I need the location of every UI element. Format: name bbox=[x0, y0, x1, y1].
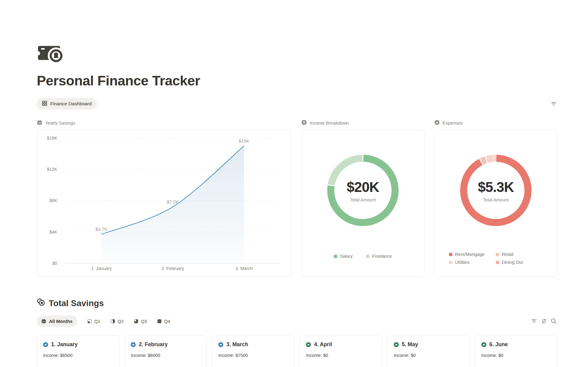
panel-label: Yearly Savings bbox=[45, 120, 75, 125]
filter-tab-label: Q3 bbox=[141, 319, 147, 324]
legend-label: Utilities bbox=[455, 260, 469, 265]
expenses-panel: Expenses $5.3K Total Amount Rent/Mortgag… bbox=[434, 119, 557, 277]
tab-finance-dashboard[interactable]: Finance Dashboard bbox=[37, 98, 97, 110]
legend-label: Dining Out bbox=[502, 260, 523, 265]
month-card-title-row: 6. June bbox=[481, 341, 551, 348]
total-savings-title[interactable]: Total Savings bbox=[49, 298, 104, 308]
month-card[interactable]: 2. FebruaryIncome: $6000 bbox=[124, 335, 207, 367]
month-status-dot-icon bbox=[43, 342, 48, 347]
arrow-up-circle-icon bbox=[301, 120, 307, 126]
month-card-title-row: 5. May bbox=[394, 341, 463, 348]
filter-icon[interactable] bbox=[550, 100, 557, 107]
legend-label: Salary bbox=[340, 254, 352, 259]
month-card-title-row: 4. April bbox=[306, 341, 375, 348]
page: Personal Finance Tracker Finance Dashboa… bbox=[37, 43, 557, 367]
legend-label: Retail bbox=[502, 252, 513, 257]
panel-label: Income Breakdown bbox=[310, 120, 349, 125]
filter-icon[interactable] bbox=[530, 317, 538, 325]
month-card[interactable]: 4. AprilIncome: $0 bbox=[300, 335, 382, 367]
month-card-title-row: 2. February bbox=[131, 341, 200, 348]
month-card-title: 1. January bbox=[51, 341, 78, 348]
filter-tab-label: Q2 bbox=[118, 319, 124, 324]
legend-swatch-icon bbox=[496, 261, 499, 264]
filter-tab-q3[interactable]: Q3 bbox=[134, 319, 147, 324]
month-card-income: Income: $7500 bbox=[218, 353, 288, 358]
filter-tab-q1[interactable]: Q1 bbox=[88, 319, 100, 324]
view-tab-label: Finance Dashboard bbox=[50, 101, 92, 107]
filter-tab-all-months[interactable]: All Months bbox=[37, 315, 77, 327]
search-icon[interactable] bbox=[550, 317, 557, 325]
total-savings-filter-row: All MonthsQ1Q2Q3Q4 bbox=[37, 315, 557, 327]
panel-title-income-breakdown[interactable]: Income Breakdown bbox=[301, 119, 424, 126]
panel-title-yearly-savings[interactable]: Yearly Savings bbox=[37, 119, 292, 126]
svg-text:$4K: $4K bbox=[49, 230, 57, 234]
total-savings-toolbar bbox=[530, 317, 557, 325]
coins-icon bbox=[37, 298, 45, 309]
svg-text:3. March: 3. March bbox=[236, 266, 253, 271]
month-card-title-row: 3. March bbox=[218, 341, 288, 348]
month-card-income: Income: $0 bbox=[394, 353, 463, 358]
yearly-savings-line-chart[interactable]: $0$4K$8K$12K$16K$3.7K$7.2K$15K1. January… bbox=[41, 133, 287, 272]
quarter-1-icon bbox=[88, 319, 92, 323]
month-status-dot-icon bbox=[481, 342, 486, 347]
legend-label: Rent/Mortgage bbox=[455, 252, 484, 257]
month-card-income: Income: $6000 bbox=[131, 353, 200, 358]
month-card-title-row: 1. January bbox=[43, 341, 113, 348]
panel-label: Expenses bbox=[443, 120, 463, 125]
svg-text:$3.7K: $3.7K bbox=[96, 227, 107, 232]
expenses-legend: Rent/MortgageRetailUtilitiesDining Out bbox=[435, 252, 557, 265]
month-status-dot-icon bbox=[394, 342, 399, 347]
income-donut-chart[interactable] bbox=[325, 153, 401, 228]
month-card[interactable]: 6. JuneIncome: $0 bbox=[475, 335, 557, 367]
svg-text:2. February: 2. February bbox=[161, 266, 184, 271]
view-tab-row: Finance Dashboard bbox=[37, 98, 557, 110]
month-card-income: Income: $6500 bbox=[43, 353, 113, 358]
month-card-income: Income: $0 bbox=[306, 353, 375, 358]
arrow-down-circle-icon bbox=[434, 120, 440, 126]
month-card-title: 3. March bbox=[226, 341, 248, 348]
filter-tab-q2[interactable]: Q2 bbox=[111, 319, 124, 324]
money-icon[interactable] bbox=[37, 43, 67, 64]
legend-swatch-icon bbox=[334, 255, 337, 258]
yearly-savings-panel: Yearly Savings $0$4K$8K$12K$16K$3.7K$7.2… bbox=[37, 119, 292, 277]
legend-item: Salary bbox=[334, 254, 352, 259]
month-card-title: 4. April bbox=[314, 341, 332, 348]
calendar-icon bbox=[41, 319, 46, 324]
month-card[interactable]: 5. MayIncome: $0 bbox=[387, 335, 470, 367]
quarter-2-icon bbox=[111, 319, 115, 323]
dashboard-grid: Yearly Savings $0$4K$8K$12K$16K$3.7K$7.2… bbox=[37, 119, 557, 277]
legend-item: Freelance bbox=[366, 254, 392, 259]
expenses-donut-chart[interactable] bbox=[458, 153, 533, 228]
month-card[interactable]: 1. JanuaryIncome: $6500 bbox=[37, 335, 119, 367]
page-title[interactable]: Personal Finance Tracker bbox=[37, 73, 557, 89]
legend-swatch-icon bbox=[449, 253, 452, 256]
expenses-donut-card: $5.3K Total Amount Rent/MortgageRetailUt… bbox=[434, 130, 557, 277]
sort-icon[interactable] bbox=[540, 317, 548, 325]
svg-text:$15K: $15K bbox=[239, 138, 249, 144]
svg-text:$0: $0 bbox=[52, 261, 57, 266]
panel-title-expenses[interactable]: Expenses bbox=[434, 119, 557, 126]
filter-tab-label: Q4 bbox=[164, 319, 170, 324]
legend-label: Freelance bbox=[372, 254, 392, 259]
month-card[interactable]: 3. MarchIncome: $7500 bbox=[212, 335, 294, 367]
income-breakdown-panel: Income Breakdown $20K Total Amount Salar… bbox=[301, 119, 424, 277]
legend-item: Rent/Mortgage bbox=[449, 252, 496, 257]
svg-text:$7.2K: $7.2K bbox=[167, 199, 179, 204]
month-filters: All MonthsQ1Q2Q3Q4 bbox=[37, 315, 170, 327]
month-status-dot-icon bbox=[218, 342, 223, 347]
month-card-title: 6. June bbox=[489, 341, 508, 348]
legend-swatch-icon bbox=[366, 255, 369, 258]
legend-item: Utilities bbox=[449, 260, 496, 265]
legend-swatch-icon bbox=[449, 261, 452, 264]
month-card-title: 2. February bbox=[139, 341, 168, 348]
svg-text:$12K: $12K bbox=[47, 167, 57, 172]
yearly-savings-chart-card: $0$4K$8K$12K$16K$3.7K$7.2K$15K1. January… bbox=[37, 130, 292, 277]
svg-text:$8K: $8K bbox=[49, 198, 57, 203]
filter-tab-q4[interactable]: Q4 bbox=[157, 319, 170, 324]
legend-item: Dining Out bbox=[496, 260, 543, 265]
filter-tab-label: All Months bbox=[49, 319, 73, 324]
month-cards-row: 1. JanuaryIncome: $65002. FebruaryIncome… bbox=[37, 335, 557, 367]
quarter-4-icon bbox=[157, 319, 161, 323]
legend-swatch-icon bbox=[496, 253, 499, 256]
quarter-3-icon bbox=[134, 319, 138, 323]
